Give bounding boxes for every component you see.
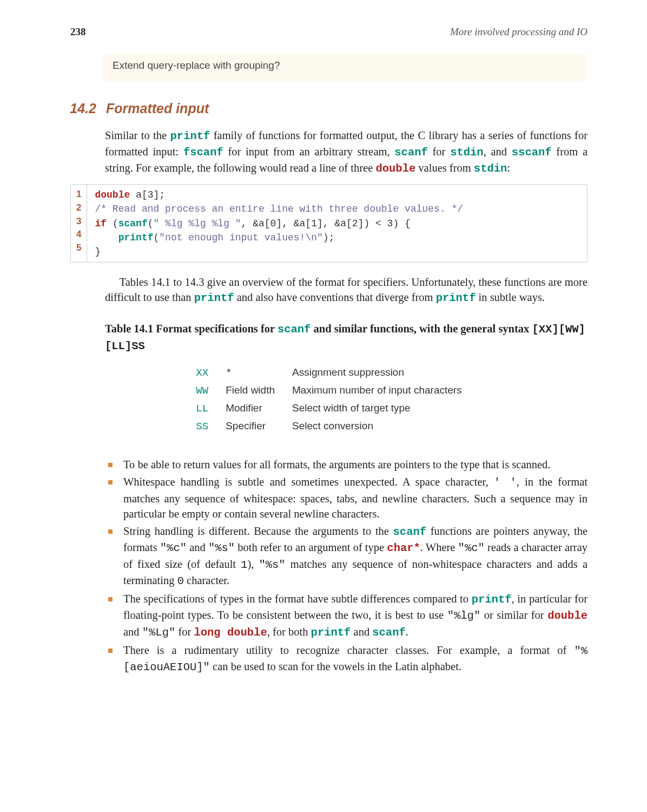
table-row: XX * Assignment suppression [187, 364, 470, 382]
text: The specifications of types in the forma… [123, 593, 472, 605]
kw-printf: printf [436, 292, 476, 304]
text: and [351, 626, 372, 638]
text: and [123, 626, 142, 638]
table-row: LL Modifier Select width of target type [187, 400, 470, 417]
kw-double: double [375, 162, 415, 175]
kw-stdin: stdin [450, 146, 484, 159]
page-number: 238 [70, 26, 86, 38]
kw-scanf: scanf [372, 626, 406, 639]
table-cell: Field width [217, 382, 283, 400]
tt: "%s" [259, 559, 285, 571]
code-text: a[3]; [130, 189, 165, 200]
table-cell: WW [187, 382, 217, 400]
tt: "%s" [208, 542, 235, 554]
table-row: SS Specifier Select conversion [187, 417, 470, 435]
code-text: ( [107, 218, 118, 229]
code-string: "not enough input values!\n" [159, 232, 322, 243]
table-caption: Table 14.1 Format specifications for sca… [105, 321, 587, 354]
table-cell: Specifier [217, 417, 283, 435]
format-spec-table: XX * Assignment suppression WW Field wid… [187, 364, 470, 435]
tt: "%lg" [447, 610, 481, 622]
table-cell: Modifier [217, 400, 283, 417]
chapter-title: More involved processing and IO [450, 26, 587, 38]
code-text: ( [154, 232, 160, 243]
code-text: , &a[0], &a[1], &a[2]) < 3) { [241, 218, 411, 229]
kw-long-double: long double [194, 626, 267, 639]
text: String handling is different. Because th… [123, 525, 393, 537]
text: Table 14.1 Format specifications for [105, 323, 278, 335]
text: and [187, 541, 208, 553]
line-number: 2 [76, 201, 81, 215]
line-number: 5 [76, 241, 81, 255]
tt: ' ' [494, 476, 517, 489]
text: and similar functions, with the general … [311, 323, 532, 335]
code-text [95, 232, 118, 243]
code-kw: if [95, 218, 107, 229]
text: values from [415, 162, 474, 174]
table-cell: Assignment suppression [283, 364, 471, 382]
code-block: 1 2 3 4 5 double a[3]; /* Read and proce… [70, 184, 587, 262]
text: : [507, 162, 510, 174]
kw-printf: printf [170, 130, 210, 142]
table-row: WW Field width Maximum number of input c… [187, 382, 470, 400]
text: * [226, 367, 232, 379]
text: in subtle ways. [476, 291, 545, 303]
code-comment: /* Read and process an entire line with … [95, 204, 463, 214]
section-heading: 14.2 Formatted input [67, 101, 587, 116]
code-text: ); [323, 232, 335, 243]
table-cell: Maximum number of input characters [283, 382, 471, 400]
kw-printf: printf [194, 292, 234, 304]
text: character. [184, 574, 229, 586]
code-fn: printf [118, 232, 154, 243]
kw-printf: printf [472, 593, 512, 606]
text: Whitespace handling is subtle and someti… [123, 476, 494, 488]
tt: "%c" [160, 542, 187, 554]
text: Similar to the [105, 129, 170, 141]
code-gutter: 1 2 3 4 5 [71, 185, 87, 261]
kw-scanf: scanf [393, 526, 427, 538]
tt: "%c" [458, 542, 485, 554]
tt: "%Lg" [142, 626, 176, 639]
table-cell: * [217, 364, 283, 382]
code-body: double a[3]; /* Read and process an enti… [87, 185, 471, 261]
text: can be used to scan for the vowels in th… [210, 660, 461, 672]
list-item: Whitespace handling is subtle and someti… [120, 474, 587, 521]
list-item: String handling is different. Because th… [120, 523, 587, 589]
code-text: } [95, 246, 101, 257]
code-kw: double [95, 189, 130, 200]
table-cell: XX [187, 364, 217, 382]
table-cell: Select width of target type [283, 400, 471, 417]
code-string: " %lg %lg %lg " [154, 218, 241, 229]
tt: 0 [177, 575, 184, 587]
text: There is a rudimentary utility to recogn… [123, 644, 574, 656]
code-fn: scanf [118, 218, 148, 229]
text: for input from an arbitrary stream, [223, 146, 395, 158]
kw-sscanf: sscanf [512, 146, 552, 159]
list-item: The specifications of types in the forma… [120, 591, 587, 640]
table-cell: Select conversion [283, 417, 471, 435]
text: for [175, 626, 194, 638]
kw-double: double [547, 610, 587, 622]
kw-printf: printf [311, 626, 351, 639]
tt: 1 [241, 559, 247, 571]
table-cell: LL [187, 400, 217, 417]
code-text: ( [148, 218, 154, 229]
kw-scanf: scanf [278, 323, 311, 336]
text: . [406, 626, 408, 638]
text: both refer to an argument of type [235, 541, 387, 553]
intro-paragraph: Similar to the printf family of function… [105, 128, 587, 177]
table-cell: SS [187, 417, 217, 435]
text: . Where [420, 541, 458, 553]
text: , for both [267, 626, 311, 638]
kw-fscanf: fscanf [183, 146, 223, 159]
paragraph-tables-intro: Tables 14.1 to 14.3 give an overview of … [105, 274, 587, 306]
kw-charstar: char* [387, 542, 420, 554]
line-number: 1 [76, 188, 81, 201]
list-item: There is a rudimentary utility to recogn… [120, 643, 587, 676]
section-number: 14.2 [67, 101, 96, 116]
text: ), [247, 558, 259, 570]
text: or similar for [480, 609, 547, 621]
section-title: Formatted input [106, 101, 209, 116]
note-box: Extend query-replace with grouping? [103, 54, 587, 81]
list-item: To be able to return values for all form… [120, 457, 587, 472]
